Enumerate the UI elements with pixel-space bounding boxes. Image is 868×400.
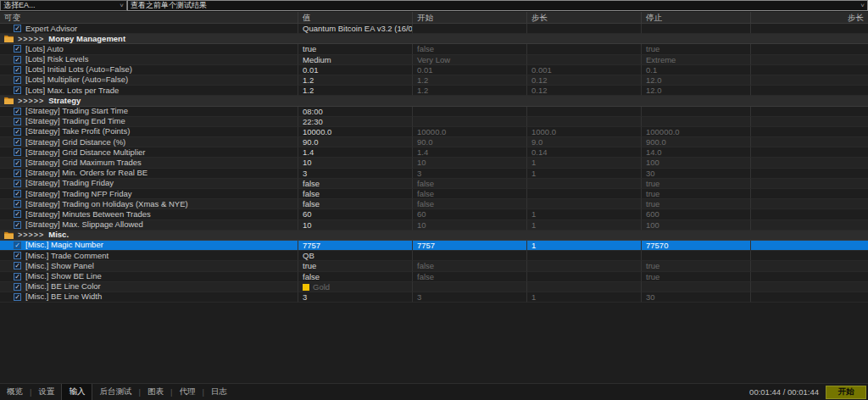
step-cell[interactable]: 1 [527, 292, 642, 303]
value-cell[interactable]: 3 [298, 169, 413, 179]
step-cell[interactable] [527, 44, 642, 54]
stop-cell[interactable]: 12.0 [642, 86, 751, 96]
start-cell[interactable]: 3 [413, 292, 527, 303]
start-cell[interactable]: 10 [413, 158, 527, 168]
value-cell[interactable]: Medium [298, 55, 413, 65]
stop-cell[interactable]: 0.1 [642, 65, 751, 75]
param-row[interactable]: ✓[Lots] Max. Lots per Trade1.21.20.1212.… [0, 86, 868, 96]
param-row[interactable]: ✓[Strategy] Trading on Holidays (Xmas & … [0, 199, 868, 209]
step-cell[interactable]: 1000.0 [527, 127, 642, 137]
stop-cell[interactable]: 900.0 [642, 137, 751, 147]
checkbox-checked[interactable]: ✓ [14, 138, 21, 146]
value-cell[interactable]: false [298, 199, 413, 209]
param-row[interactable]: ✓[Strategy] Min. Orders for Real BE33130 [0, 169, 868, 179]
start-cell[interactable]: 1.4 [413, 147, 527, 158]
start-cell[interactable]: 0.01 [413, 65, 527, 75]
checkbox-checked[interactable]: ✓ [14, 180, 21, 187]
value-cell[interactable]: Quantum Bitcoin EA v3.2 (16/02/2026) [298, 24, 413, 34]
stop-cell[interactable]: true [642, 199, 751, 209]
step-cell[interactable]: 1 [527, 241, 642, 251]
value-cell[interactable]: QB [298, 251, 413, 261]
stop-cell[interactable]: 600 [642, 209, 751, 219]
tab-3[interactable]: 输入 [61, 384, 92, 400]
start-cell[interactable]: 10 [413, 220, 527, 231]
step-cell[interactable] [527, 272, 642, 282]
start-cell[interactable]: false [413, 272, 527, 282]
stop-cell[interactable]: 77570 [642, 241, 751, 251]
step-cell[interactable]: 0.14 [527, 147, 642, 158]
stop-cell[interactable]: true [642, 272, 751, 282]
checkbox-checked[interactable]: ✓ [14, 128, 21, 136]
step-cell[interactable] [527, 251, 642, 261]
checkbox-checked[interactable]: ✓ [14, 200, 21, 208]
step-cell[interactable]: 9.0 [527, 137, 642, 147]
checkbox-checked[interactable]: ✓ [14, 159, 21, 167]
checkbox-checked[interactable]: ✓ [14, 210, 21, 218]
group-row[interactable]: >>>>>Strategy [0, 96, 868, 106]
checkbox-checked[interactable]: ✓ [14, 221, 21, 229]
checkbox-checked[interactable]: ✓ [14, 86, 21, 94]
value-cell[interactable]: 10 [298, 220, 413, 231]
value-cell[interactable]: 3 [298, 292, 413, 303]
step-cell[interactable]: 1 [527, 158, 642, 168]
checkbox-checked[interactable]: ✓ [14, 169, 21, 177]
checkbox-checked[interactable]: ✓ [14, 56, 21, 64]
start-cell[interactable]: 1.2 [413, 75, 527, 86]
checkbox-checked[interactable]: ✓ [14, 262, 21, 269]
param-row[interactable]: ✓[Strategy] Trading Start Time08:00 [0, 107, 868, 117]
step-cell[interactable] [527, 24, 642, 34]
start-cell[interactable]: 90.0 [413, 137, 527, 147]
param-row[interactable]: ✓[Misc.] Trade CommentQB [0, 251, 868, 261]
start-cell[interactable]: false [413, 199, 527, 209]
start-cell[interactable]: 1.2 [413, 86, 527, 96]
param-row[interactable]: ✓[Misc.] Show BE Linefalsefalsetrue [0, 272, 868, 282]
value-cell[interactable]: false [298, 189, 413, 199]
start-cell[interactable] [413, 282, 527, 292]
checkbox-checked[interactable]: ✓ [14, 190, 21, 197]
value-cell[interactable]: true [298, 44, 413, 54]
stop-cell[interactable]: 12.0 [642, 75, 751, 86]
checkbox-checked[interactable]: ✓ [14, 242, 21, 249]
group-row[interactable]: >>>>>Misc. [0, 231, 868, 241]
tab-2[interactable]: 设置 [31, 384, 61, 400]
start-cell[interactable]: false [413, 189, 527, 199]
stop-cell[interactable]: true [642, 44, 751, 54]
param-row[interactable]: ✓[Lots] Multiplier (Auto=False)1.21.20.1… [0, 75, 868, 86]
param-row[interactable]: ✓[Misc.] Show Paneltruefalsetrue [0, 261, 868, 271]
step-cell[interactable]: 1 [527, 220, 642, 231]
tab-1[interactable]: 概览 [0, 384, 30, 400]
value-cell[interactable]: 1.2 [298, 86, 413, 96]
start-cell[interactable]: 7757 [413, 241, 527, 251]
value-cell[interactable]: 0.01 [298, 65, 413, 75]
param-row[interactable]: ✓[Strategy] Take Profit (Points)10000.01… [0, 127, 868, 137]
checkbox-checked[interactable]: ✓ [14, 108, 21, 115]
step-cell[interactable] [527, 107, 642, 117]
stop-cell[interactable]: 30 [642, 292, 751, 303]
stop-cell[interactable] [642, 24, 751, 34]
step-cell[interactable]: 1 [527, 169, 642, 179]
checkbox-checked[interactable]: ✓ [14, 118, 21, 125]
stop-cell[interactable]: 100 [642, 220, 751, 231]
param-row[interactable]: ✓[Lots] Autotruefalsetrue [0, 44, 868, 54]
stop-cell[interactable]: 14.0 [642, 147, 751, 158]
tab-5[interactable]: 图表 [141, 384, 170, 400]
value-cell[interactable]: Gold [298, 282, 413, 292]
checkbox-checked[interactable]: ✓ [14, 293, 21, 301]
start-cell[interactable]: 60 [413, 209, 527, 219]
value-cell[interactable]: 7757 [298, 241, 413, 251]
start-cell[interactable] [413, 117, 527, 127]
stop-cell[interactable]: true [642, 261, 751, 271]
checkbox-checked[interactable]: ✓ [14, 66, 21, 74]
ea-selector-dropdown[interactable]: 选择EA... ˅ [0, 0, 127, 11]
value-cell[interactable]: 22:30 [298, 117, 413, 127]
stop-cell[interactable] [642, 282, 751, 292]
checkbox-checked[interactable]: ✓ [14, 273, 21, 281]
start-cell[interactable] [413, 251, 527, 261]
value-cell[interactable]: true [298, 261, 413, 271]
param-row[interactable]: ✓[Misc.] BE Line Width33130 [0, 292, 868, 303]
param-row[interactable]: ✓[Strategy] Minutes Between Trades606016… [0, 209, 868, 219]
value-cell[interactable]: 1.2 [298, 75, 413, 86]
value-cell[interactable]: false [298, 272, 413, 282]
start-button[interactable]: 开始 [826, 386, 866, 399]
value-cell[interactable]: 90.0 [298, 137, 413, 147]
